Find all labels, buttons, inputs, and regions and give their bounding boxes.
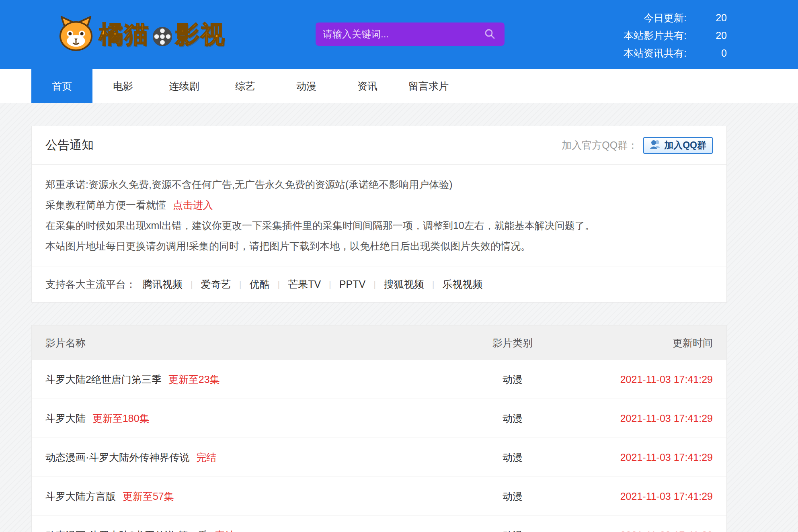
stat-label: 今日更新: [606, 9, 687, 27]
platform-link-mgtv[interactable]: 芒果TV [288, 278, 321, 291]
qq-area: 加入官方QQ群： 加入QQ群 [562, 137, 713, 154]
divider: | [239, 279, 242, 290]
qq-group-icon [650, 139, 661, 152]
video-updated-time: 2021-11-03 17:41:29 [579, 374, 726, 385]
stat-value: 20 [687, 9, 727, 27]
stat-total-news: 本站资讯共有: 0 [606, 44, 727, 62]
column-header-category: 影片类别 [446, 336, 579, 350]
header-inner: 橘猫 影视 [31, 0, 727, 69]
nav-item-movies[interactable]: 电影 [92, 69, 154, 103]
video-category: 动漫 [446, 412, 579, 425]
search-button[interactable] [482, 26, 497, 43]
stat-label: 本站资讯共有: [606, 44, 687, 62]
video-category: 动漫 [446, 490, 579, 503]
divider: | [329, 279, 331, 290]
video-name-cell: 动态漫画·斗罗大陆外传神界传说 完结 [32, 451, 446, 464]
table-row: 斗罗大陆2绝世唐门第三季 更新至23集 动漫 2021-11-03 17:41:… [32, 360, 726, 399]
cat-logo-icon [56, 14, 96, 55]
video-category: 动漫 [446, 373, 579, 386]
qq-group-label: 加入官方QQ群： [562, 139, 638, 152]
divider: | [432, 279, 435, 290]
notice-line: 在采集的时候如果出现xml出错，建议你更改一下采集插件里的采集时间间隔那一项，调… [45, 215, 713, 236]
stat-label: 本站影片共有: [606, 27, 687, 44]
divider: | [373, 279, 376, 290]
video-name-link[interactable]: 斗罗大陆2绝世唐门第三季 [45, 374, 162, 385]
video-name-link[interactable]: 斗罗大陆 [45, 413, 86, 424]
notice-line-text: 采集教程简单方便一看就懂 [45, 199, 166, 211]
notice-line: 本站图片地址每日更换请勿调用!采集的同时，请把图片下载到本地，以免杜绝日后出现类… [45, 236, 713, 256]
platform-link-iqiyi[interactable]: 爱奇艺 [201, 278, 231, 291]
notice-card: 公告通知 加入官方QQ群： 加入QQ群 郑重承诺: [31, 126, 727, 303]
column-header-updated: 更新时间 [579, 336, 726, 350]
notice-line: 郑重承诺:资源永久免费,资源不含任何广告,无广告永久免费的资源站(承诺绝不影响用… [45, 174, 713, 195]
video-name-cell: 斗罗大陆方言版 更新至57集 [32, 490, 446, 503]
video-name-cell: 动态漫画·斗罗大陆3龙王传说 第一季 完结 [32, 529, 446, 532]
search-icon [484, 28, 496, 41]
video-name-cell: 斗罗大陆2绝世唐门第三季 更新至23集 [32, 373, 446, 386]
video-category: 动漫 [446, 529, 579, 532]
video-table: 影片名称 影片类别 更新时间 斗罗大陆2绝世唐门第三季 更新至23集 动漫 20… [31, 325, 727, 532]
site-header: 橘猫 影视 [0, 0, 798, 69]
video-name-link[interactable]: 动态漫画·斗罗大陆外传神界传说 [45, 452, 189, 463]
table-row: 斗罗大陆方言版 更新至57集 动漫 2021-11-03 17:41:29 [32, 477, 726, 516]
video-category: 动漫 [446, 451, 579, 464]
divider: | [277, 279, 280, 290]
table-row: 动态漫画·斗罗大陆外传神界传说 完结 动漫 2021-11-03 17:41:2… [32, 438, 726, 477]
nav-item-series[interactable]: 连续剧 [154, 69, 215, 103]
column-header-name: 影片名称 [32, 336, 446, 350]
logo[interactable]: 橘猫 影视 [56, 14, 226, 55]
video-updated-time: 2021-11-03 17:41:29 [579, 413, 726, 424]
logo-text-part1: 橘猫 [99, 23, 150, 47]
search-input[interactable] [323, 29, 482, 40]
search-bar [316, 23, 505, 46]
video-name-link[interactable]: 斗罗大陆方言版 [45, 491, 116, 502]
join-qq-button-label: 加入QQ群 [664, 139, 706, 151]
video-status: 更新至57集 [123, 491, 174, 502]
join-qq-button[interactable]: 加入QQ群 [643, 137, 713, 154]
platform-link-sohu[interactable]: 搜狐视频 [384, 278, 424, 291]
table-row: 斗罗大陆 更新至180集 动漫 2021-11-03 17:41:29 [32, 399, 726, 438]
platform-link-youku[interactable]: 优酷 [249, 278, 269, 291]
platform-link-letv[interactable]: 乐视视频 [443, 278, 483, 291]
video-status: 更新至23集 [168, 374, 220, 385]
video-updated-time: 2021-11-03 17:41:29 [579, 491, 726, 502]
platforms-bar: 支持各大主流平台： 腾讯视频 | 爱奇艺 | 优酷 | 芒果TV | PPTV … [32, 266, 726, 302]
stat-total-videos: 本站影片共有: 20 [606, 27, 727, 44]
nav-item-request[interactable]: 留言求片 [398, 69, 459, 103]
video-status: 更新至180集 [92, 413, 150, 424]
logo-text-part2: 影视 [175, 23, 226, 47]
notice-header: 公告通知 加入官方QQ群： 加入QQ群 [32, 126, 726, 165]
table-header-row: 影片名称 影片类别 更新时间 [32, 325, 726, 360]
table-row: 动态漫画·斗罗大陆3龙王传说 第一季 完结 动漫 2021-11-03 17:4… [32, 516, 726, 532]
platform-link-pptv[interactable]: PPTV [339, 278, 365, 290]
nav-item-news[interactable]: 资讯 [337, 69, 398, 103]
nav-item-home[interactable]: 首页 [31, 69, 92, 103]
video-status: 完结 [196, 452, 216, 463]
nav-item-variety[interactable]: 综艺 [215, 69, 276, 103]
notice-enter-link[interactable]: 点击进入 [173, 199, 213, 211]
nav-inner: 首页 电影 连续剧 综艺 动漫 资讯 留言求片 [31, 69, 798, 103]
main-content: 公告通知 加入官方QQ群： 加入QQ群 郑重承诺: [31, 126, 727, 532]
notice-body: 郑重承诺:资源永久免费,资源不含任何广告,无广告永久免费的资源站(承诺绝不影响用… [32, 165, 726, 259]
stat-value: 20 [687, 27, 727, 44]
main-nav: 首页 电影 连续剧 综艺 动漫 资讯 留言求片 [0, 69, 798, 103]
divider: | [191, 279, 193, 290]
stat-today-updates: 今日更新: 20 [606, 9, 727, 27]
notice-title: 公告通知 [45, 137, 94, 153]
platforms-label: 支持各大主流平台： [45, 278, 136, 291]
platform-link-tencent[interactable]: 腾讯视频 [142, 278, 183, 291]
nav-item-anime[interactable]: 动漫 [276, 69, 337, 103]
site-stats: 今日更新: 20 本站影片共有: 20 本站资讯共有: 0 [606, 9, 727, 62]
video-name-cell: 斗罗大陆 更新至180集 [32, 412, 446, 425]
notice-line: 采集教程简单方便一看就懂 点击进入 [45, 195, 713, 215]
video-updated-time: 2021-11-03 17:41:29 [579, 530, 726, 532]
video-updated-time: 2021-11-03 17:41:29 [579, 452, 726, 463]
film-reel-icon [152, 26, 173, 49]
stat-value: 0 [687, 44, 727, 62]
video-name-link[interactable]: 动态漫画·斗罗大陆3龙王传说 第一季 [45, 530, 208, 532]
video-status: 完结 [215, 530, 235, 532]
